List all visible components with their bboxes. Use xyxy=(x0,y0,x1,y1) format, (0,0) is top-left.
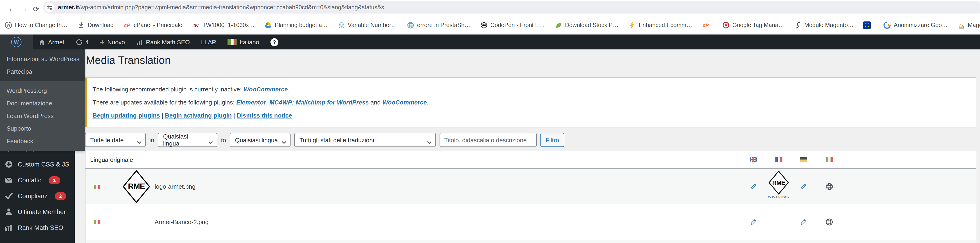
back-button[interactable]: ← xyxy=(6,5,18,13)
edit-translation-button[interactable] xyxy=(791,183,816,190)
begin-activating-link[interactable]: Begin activating plugin xyxy=(165,112,232,119)
sidebar-item-contatto[interactable]: Contatto 1 xyxy=(0,172,75,188)
notification-badge: 2 xyxy=(55,192,66,200)
bookmark-item[interactable]: errore in PrestaSh… xyxy=(407,22,470,29)
chevron-down-icon xyxy=(282,139,286,145)
bookmark-item[interactable]: Anonimizzare Goo… xyxy=(883,22,948,29)
begin-updating-link[interactable]: Begin updating plugins xyxy=(92,112,160,119)
bookmark-item[interactable]: cP cPanel - Principale xyxy=(123,22,182,29)
edit-translation-button[interactable] xyxy=(741,218,766,226)
date-filter-select[interactable]: Tutte le date xyxy=(85,133,146,147)
italy-flag-icon xyxy=(94,218,100,226)
bookmark-item[interactable]: W How to Change th… xyxy=(5,22,67,29)
leaf-favicon xyxy=(555,22,562,29)
bookmark-item[interactable]: Google Tag Mana… xyxy=(722,22,784,29)
select-value: Tutte le date xyxy=(90,136,124,144)
flyout-secondary-group: WordPress.org Documentazione Learn WordP… xyxy=(0,81,85,151)
admin-bar-site-name[interactable]: Armet xyxy=(33,35,70,49)
dismiss-notice-link[interactable]: Dismiss this notice xyxy=(237,112,292,119)
bookmark-item[interactable]: tw TW1000_1-1030x… xyxy=(192,22,255,29)
flyout-item-supporto[interactable]: Supporto xyxy=(0,122,85,135)
reload-button[interactable]: ⟳ xyxy=(30,5,42,13)
wp-logo-flyout-menu: Informazioni su WordPress Partecipa Word… xyxy=(0,49,85,151)
flyout-item-partecipa[interactable]: Partecipa xyxy=(0,65,85,78)
wp-logo-menu[interactable]: W xyxy=(0,35,33,49)
uk-flag-icon xyxy=(741,157,766,162)
bookmark-item[interactable]: Download xyxy=(77,22,113,29)
flyout-item-documentazione[interactable]: Documentazione xyxy=(0,97,85,110)
translated-media-thumbnail[interactable]: RME CE DE L'ARMOIRE xyxy=(766,170,791,198)
bookmark-item[interactable]: Download Stock P… xyxy=(555,22,619,29)
admin-bar-llar[interactable]: LLAR xyxy=(196,35,222,49)
forward-button[interactable]: → xyxy=(18,5,30,13)
sidebar-item-ultimate-member[interactable]: Ultimate Member xyxy=(0,204,75,220)
main-content: Media Translation The following recommen… xyxy=(75,49,980,243)
flyout-item-feedback[interactable]: Feedback xyxy=(0,135,85,147)
bookmark-item[interactable]: Variable Number… xyxy=(337,22,397,29)
bookmark-item[interactable]: Magento getting… xyxy=(958,22,980,29)
help-icon: ? xyxy=(270,38,278,46)
edit-translation-button[interactable] xyxy=(741,183,766,190)
original-language-header: Lingua originale xyxy=(90,156,133,163)
table-row: Armet-Bianco-2.png xyxy=(86,204,976,240)
thumbnail-text: RME xyxy=(772,179,785,186)
sidebar-item-label: Rank Math SEO xyxy=(18,224,63,231)
svg-text:W: W xyxy=(6,23,10,27)
separator: | xyxy=(162,112,163,119)
source-language-select[interactable]: Qualsiasi lingua xyxy=(158,133,217,147)
bookmark-item[interactable]: CodePen - Front E… xyxy=(480,22,545,29)
bookmark-item[interactable]: Enhanced Ecomm… xyxy=(628,22,692,29)
bookmark-item[interactable]: Modulo Magento… xyxy=(794,22,854,29)
admin-bar-updates[interactable]: 4 xyxy=(70,35,94,49)
home-icon xyxy=(38,38,45,46)
italy-flag-icon xyxy=(94,182,100,191)
media-thumbnail[interactable]: RME xyxy=(122,170,151,203)
bookmark-label: Google Tag Mana… xyxy=(732,22,784,28)
filter-button[interactable]: Filtro xyxy=(541,133,564,147)
admin-bar-language-switcher[interactable]: Italiano xyxy=(222,35,265,49)
bookmark-label: TW1000_1-1030x… xyxy=(202,22,255,28)
woocommerce-link[interactable]: WooCommerce xyxy=(382,99,427,106)
wp-admin-body: Popup Maker Custom CSS & JS Contatto 1 C… xyxy=(0,49,980,243)
bookmark-label: Magento getting… xyxy=(968,22,980,28)
separator: | xyxy=(233,112,235,119)
plus-icon: + xyxy=(100,39,105,45)
notice-text: There are updates available for the foll… xyxy=(92,99,235,106)
chevron-down-icon xyxy=(208,139,213,145)
table-row: RME logo-armet.png RME CE DE L'ARMOIRE xyxy=(86,169,976,204)
url-text[interactable]: armet.it/wp-admin/admin.php?page=wpml-me… xyxy=(58,4,384,11)
bookmark-label: Download xyxy=(88,22,113,28)
screen: ← → ⟳ armet.it/wp-admin/admin.php?page=w… xyxy=(0,0,980,243)
sidebar-item-complianz[interactable]: Complianz 2 xyxy=(0,188,75,204)
bookmark-item[interactable] xyxy=(864,22,874,29)
flyout-item-learn-wordpress[interactable]: Learn WordPress xyxy=(0,110,85,122)
search-input[interactable] xyxy=(439,133,537,147)
elementor-link[interactable]: Elementor xyxy=(236,99,266,106)
site-settings-icon[interactable] xyxy=(45,3,54,12)
admin-bar-help[interactable]: ? xyxy=(265,35,284,49)
bookmark-label: cPanel - Principale xyxy=(134,22,182,28)
admin-bar-rank-math[interactable]: Rank Math SEO xyxy=(130,35,196,49)
italy-flag-icon xyxy=(228,39,237,45)
notice-actions: Begin updating plugins | Begin activatin… xyxy=(92,112,970,119)
gtm-favicon xyxy=(722,22,730,29)
bookmark-label: Anonimizzare Goo… xyxy=(894,22,948,28)
target-language-select[interactable]: Qualsiasi lingua xyxy=(230,133,291,147)
sidebar-item-custom-css-js[interactable]: Custom CSS & JS xyxy=(0,156,75,172)
flyout-item-about[interactable]: Informazioni su WordPress xyxy=(0,53,85,65)
translation-status-select[interactable]: Tutti gli stati delle traduzioni xyxy=(294,133,436,147)
admin-bar-new[interactable]: + Nuovo xyxy=(94,35,130,49)
squid-favicon xyxy=(337,22,345,29)
notice-text: , xyxy=(266,99,269,106)
flyout-item-wordpress-org[interactable]: WordPress.org xyxy=(0,84,85,97)
bookmark-item[interactable]: Planning budget a… xyxy=(265,22,328,29)
edit-translation-button[interactable] xyxy=(791,218,816,226)
mc4wp-link[interactable]: MC4WP: Mailchimp for WordPress xyxy=(269,99,369,106)
original-language-globe-icon xyxy=(816,218,842,226)
sidebar-item-rank-math-seo[interactable]: Rank Math SEO xyxy=(0,220,75,235)
woocommerce-link[interactable]: WooCommerce xyxy=(243,86,288,93)
bookmark-item[interactable]: cP xyxy=(702,22,712,29)
plus-circle-icon xyxy=(4,160,14,168)
media-translation-table: Lingua originale xyxy=(85,151,976,243)
address-bar[interactable]: armet.it/wp-admin/admin.php?page=wpml-me… xyxy=(43,2,980,14)
